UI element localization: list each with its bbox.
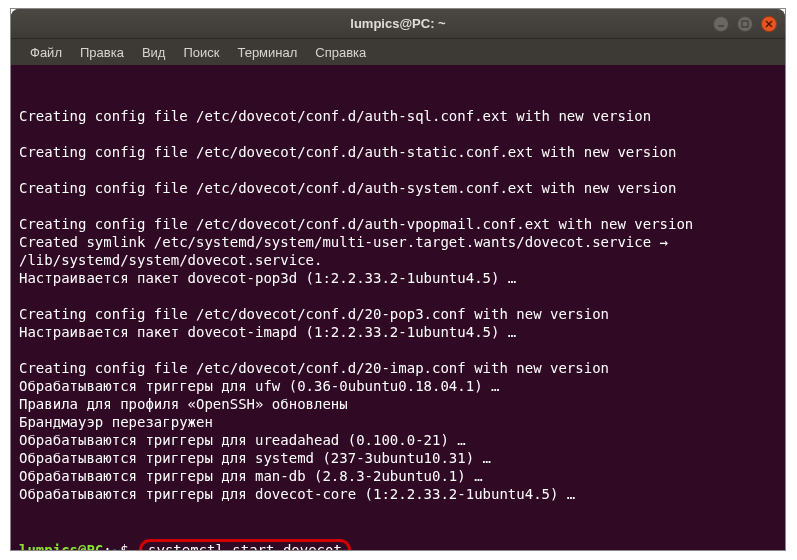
prompt-user: lumpics@PC xyxy=(19,541,103,550)
terminal-output-line: Creating config file /etc/dovecot/conf.d… xyxy=(19,215,777,233)
terminal-body[interactable]: Creating config file /etc/dovecot/conf.d… xyxy=(11,65,785,550)
terminal-output-line: Брандмауэр перезагружен xyxy=(19,413,777,431)
terminal-output-line: Creating config file /etc/dovecot/conf.d… xyxy=(19,359,777,377)
terminal-output-line xyxy=(19,287,777,305)
prompt-symbol: $ xyxy=(120,541,128,550)
svg-rect-1 xyxy=(742,21,748,27)
menu-edit[interactable]: Правка xyxy=(71,42,133,63)
window-controls xyxy=(713,16,777,32)
terminal-output-line: Created symlink /etc/systemd/system/mult… xyxy=(19,233,777,269)
terminal-output-line: Creating config file /etc/dovecot/conf.d… xyxy=(19,179,777,197)
terminal-output: Creating config file /etc/dovecot/conf.d… xyxy=(19,107,777,503)
terminal-output-line xyxy=(19,161,777,179)
terminal-output-line: Обрабатываются триггеры для dovecot-core… xyxy=(19,485,777,503)
prompt-sep: : xyxy=(103,541,111,550)
terminal-output-line: Creating config file /etc/dovecot/conf.d… xyxy=(19,143,777,161)
screenshot-frame: lumpics@PC: ~ Файл Правка Вид Поиск Терм… xyxy=(10,8,786,551)
terminal-window: lumpics@PC: ~ Файл Правка Вид Поиск Терм… xyxy=(11,9,785,550)
terminal-output-line: Настраивается пакет dovecot-pop3d (1:2.2… xyxy=(19,269,777,287)
window-title: lumpics@PC: ~ xyxy=(350,16,445,31)
prompt-path: ~ xyxy=(112,541,120,550)
minimize-icon[interactable] xyxy=(713,16,729,32)
terminal-output-line: Creating config file /etc/dovecot/conf.d… xyxy=(19,107,777,125)
menu-search[interactable]: Поиск xyxy=(174,42,228,63)
menu-file[interactable]: Файл xyxy=(21,42,71,63)
highlighted-command: systemctl start dovecot xyxy=(139,539,351,550)
close-icon[interactable] xyxy=(761,16,777,32)
terminal-output-line xyxy=(19,125,777,143)
titlebar: lumpics@PC: ~ xyxy=(11,9,785,39)
terminal-output-line: Правила для профиля «OpenSSH» обновлены xyxy=(19,395,777,413)
terminal-output-line xyxy=(19,341,777,359)
terminal-output-line: Обрабатываются триггеры для ufw (0.36-0u… xyxy=(19,377,777,395)
terminal-output-line xyxy=(19,197,777,215)
terminal-output-line: Настраивается пакет dovecot-imapd (1:2.2… xyxy=(19,323,777,341)
menubar: Файл Правка Вид Поиск Терминал Справка xyxy=(11,39,785,65)
terminal-output-line: Обрабатываются триггеры для ureadahead (… xyxy=(19,431,777,449)
terminal-output-line: Обрабатываются триггеры для man-db (2.8.… xyxy=(19,467,777,485)
menu-terminal[interactable]: Терминал xyxy=(228,42,306,63)
terminal-prompt-line: lumpics@PC:~$ systemctl start dovecot xyxy=(19,539,777,550)
menu-help[interactable]: Справка xyxy=(306,42,375,63)
maximize-icon[interactable] xyxy=(737,16,753,32)
terminal-output-line: Creating config file /etc/dovecot/conf.d… xyxy=(19,305,777,323)
menu-view[interactable]: Вид xyxy=(133,42,175,63)
terminal-output-line: Обрабатываются триггеры для systemd (237… xyxy=(19,449,777,467)
